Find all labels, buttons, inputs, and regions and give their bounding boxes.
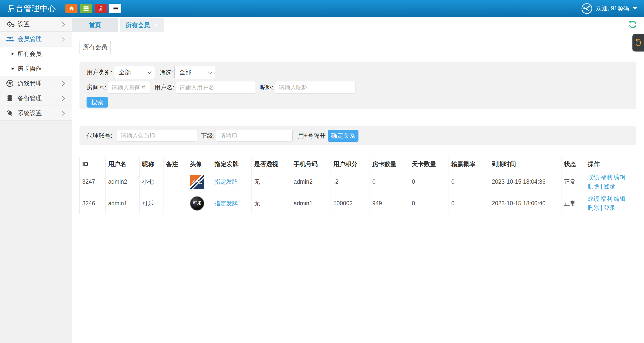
grid-button[interactable] [80, 4, 92, 13]
col-status: 状态 [561, 157, 585, 171]
usb-floating-widget[interactable] [632, 34, 644, 52]
cell-status: 正常 [561, 193, 585, 214]
sidebar-item-system[interactable]: 系统设置 [0, 106, 72, 121]
deal-link[interactable]: 指定发牌 [215, 178, 238, 185]
welfare-link[interactable]: 福利 [601, 195, 612, 202]
cell-remark [164, 171, 187, 193]
record-link[interactable]: 战绩 [588, 195, 599, 202]
gears-icon: ⚙⚙ [6, 20, 18, 29]
col-deal: 指定发牌 [212, 157, 252, 171]
header-toolbar [65, 4, 121, 13]
select-value: 全部 [179, 68, 191, 76]
login-link[interactable]: 登录 [604, 183, 615, 189]
sidebar-item-backup[interactable]: 备份管理 [0, 91, 72, 106]
cell-username: admin2 [106, 171, 140, 193]
table-row: 3246 admin1 可乐 可乐 指定发牌 无 admin1 [80, 193, 636, 214]
filter-row-selects: 用户类别: 全部 筛选: 全部 [87, 66, 629, 79]
record-link[interactable]: 战绩 [588, 174, 599, 180]
deal-link[interactable]: 指定发牌 [215, 200, 238, 207]
cell-phone: admin2 [291, 171, 331, 193]
cell-ops: 战绩福利编辑 删除|登录 [585, 171, 636, 193]
filter-select[interactable]: 全部 [174, 66, 215, 79]
sidebar-item-label: 会员管理 [18, 35, 61, 43]
filter-box: 用户类别: 全部 筛选: 全部 房间号: [79, 62, 636, 109]
welfare-link[interactable]: 福利 [601, 174, 612, 180]
col-username: 用户名 [106, 157, 140, 171]
chevron-right-icon [60, 81, 65, 86]
cell-win-rate: 0 [449, 193, 489, 214]
caret-right-icon [12, 67, 14, 70]
tab-all-members[interactable]: 所有会员 × [120, 18, 164, 32]
app-title: 后台管理中心 [8, 3, 56, 14]
delete-link[interactable]: 删除 [588, 205, 599, 211]
confirm-relation-button[interactable]: 确定关系 [328, 130, 358, 142]
room-input[interactable] [108, 81, 150, 94]
sidebar-subitem-all-members[interactable]: 所有会员 [0, 46, 72, 61]
agent-sub-label: 下级: [201, 132, 215, 140]
nickname-label: 昵称: [260, 83, 273, 91]
network-icon [581, 3, 593, 14]
list-button[interactable] [109, 4, 121, 13]
delete-link[interactable]: 删除 [588, 183, 599, 189]
sidebar-item-games[interactable]: 游戏管理 [0, 76, 72, 91]
user-type-label: 用户类别: [87, 68, 112, 76]
cell-deal: 指定发牌 [212, 193, 252, 214]
tab-label: 首页 [89, 21, 101, 29]
agent-account-input[interactable] [117, 130, 197, 142]
sidebar-item-settings[interactable]: ⚙⚙ 设置 [0, 17, 72, 32]
cell-phone: admin1 [291, 193, 331, 214]
grid-icon [83, 6, 89, 12]
cell-perspective: 无 [252, 171, 291, 193]
user-type-select[interactable]: 全部 [114, 66, 155, 79]
filter-label: 筛选: [159, 68, 173, 76]
cell-nickname: 可乐 [140, 193, 164, 214]
cell-day-cards: 0 [409, 193, 449, 214]
cell-points: -2 [331, 171, 370, 193]
cell-expire: 2023-10-15 18:04:36 [489, 171, 561, 193]
tab-home[interactable]: 首页 [72, 18, 118, 32]
main-area: 首页 所有会员 × 所有会员 [72, 17, 644, 343]
cell-win-rate: 0 [449, 171, 489, 193]
cell-ops: 战绩福利编辑 删除|登录 [585, 193, 636, 214]
sidebar-item-label: 系统设置 [18, 109, 61, 117]
col-avatar: 头像 [187, 157, 212, 171]
sidebar-item-members[interactable]: 会员管理 [0, 32, 72, 46]
cell-avatar: 小七 [187, 171, 212, 193]
close-icon[interactable]: × [154, 22, 158, 28]
trash-button[interactable] [95, 4, 107, 13]
chevron-right-icon [60, 22, 65, 26]
usb-icon [635, 37, 642, 48]
chevron-right-icon [60, 96, 65, 101]
user-menu[interactable]: 欢迎, 91源码 [581, 3, 637, 14]
table-row: 3247 admin2 小七 小七 指定发牌 无 admin2 [80, 171, 636, 193]
users-icon [6, 36, 18, 42]
cell-perspective: 无 [252, 193, 291, 214]
search-button[interactable]: 搜索 [87, 97, 108, 108]
edit-link[interactable]: 编辑 [614, 174, 625, 180]
header-bar: 后台管理中心 [0, 0, 644, 17]
sidebar-subitem-room-cards[interactable]: 房卡操作 [0, 61, 72, 76]
nickname-input[interactable] [275, 81, 355, 94]
home-button[interactable] [65, 4, 77, 13]
login-link[interactable]: 登录 [604, 205, 615, 211]
col-points: 用户积分 [331, 157, 370, 171]
cell-avatar: 可乐 [187, 193, 212, 214]
home-icon [68, 6, 74, 12]
select-value: 全部 [119, 68, 131, 76]
refresh-button[interactable] [628, 20, 637, 29]
col-expire: 到期时间 [489, 157, 561, 171]
list-icon [112, 6, 118, 12]
edit-link[interactable]: 编辑 [614, 195, 625, 202]
chevron-down-icon [147, 70, 152, 74]
ops-separator: | [601, 205, 602, 211]
agent-sub-input[interactable] [216, 130, 293, 142]
cell-room-cards: 949 [370, 193, 409, 214]
username-input[interactable] [176, 81, 255, 94]
database-icon [6, 95, 18, 102]
chevron-down-icon [208, 70, 212, 74]
cell-room-cards: 0 [370, 171, 409, 193]
avatar: 小七 [190, 175, 204, 189]
welcome-text: 欢迎, 91源码 [596, 5, 629, 12]
chevron-right-icon [60, 37, 65, 41]
filter-row-inputs: 房间号: 用户名: 昵称: [87, 81, 629, 94]
